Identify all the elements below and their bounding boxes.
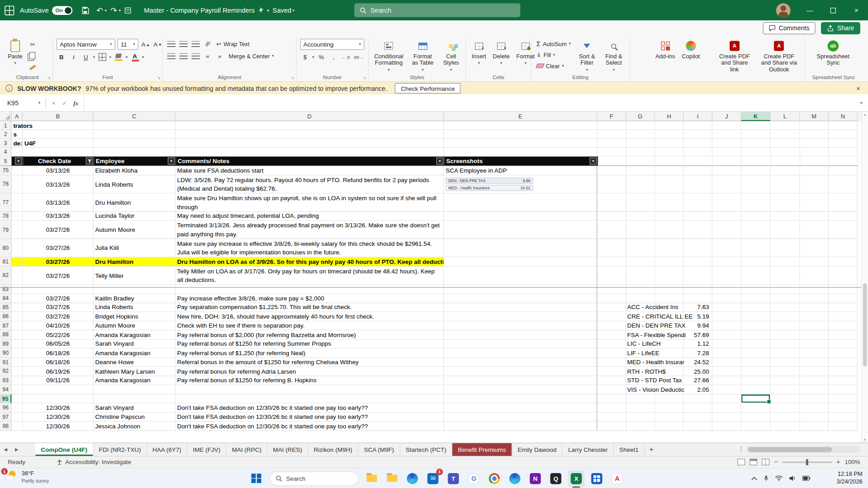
cell-I98[interactable] <box>684 422 712 431</box>
cell-C95[interactable] <box>94 394 175 403</box>
align-right-button[interactable] <box>190 51 200 61</box>
cell-M75[interactable] <box>800 166 829 175</box>
cell-A83[interactable] <box>12 285 23 294</box>
cell-I80[interactable] <box>684 239 712 257</box>
cell-I84[interactable] <box>684 294 712 303</box>
cell-A87[interactable] <box>12 321 23 330</box>
align-center-button[interactable] <box>178 51 188 61</box>
cell-D77[interactable]: Make sure Dru Hamilton shows up on payro… <box>175 193 444 211</box>
save-button[interactable] <box>78 3 93 18</box>
cell-J96[interactable] <box>712 404 741 413</box>
cell-A86[interactable] <box>12 312 23 321</box>
cell-F97[interactable] <box>597 413 626 422</box>
cell-M79[interactable] <box>800 221 829 239</box>
number-format-select[interactable]: Accounting▾ <box>300 39 364 50</box>
row-header-5[interactable]: 5 <box>0 157 12 166</box>
taskbar-teams[interactable]: T <box>445 470 462 487</box>
cell-L85[interactable] <box>770 303 800 312</box>
row-header-1[interactable]: 1 <box>0 121 12 130</box>
cell-E4[interactable] <box>444 148 597 157</box>
cell-I81[interactable] <box>684 257 712 266</box>
cell-K84[interactable] <box>741 294 771 303</box>
cell-A5[interactable]: ▼ <box>12 157 24 166</box>
taskbar-search[interactable]: Search <box>269 471 358 486</box>
cell-C81[interactable]: Dru Hamilton <box>94 257 175 266</box>
cell-M82[interactable] <box>800 267 829 285</box>
user-avatar[interactable] <box>776 3 791 18</box>
cell-E83[interactable] <box>444 285 597 294</box>
cell-D88[interactable]: Pay referral bonus of $2,000 (for referr… <box>175 330 444 339</box>
cell-I3[interactable] <box>684 139 712 148</box>
cell-J97[interactable] <box>712 413 741 422</box>
column-header-B[interactable]: B <box>23 112 94 121</box>
cell-G89[interactable] <box>626 339 655 348</box>
insert-function-button[interactable]: fx <box>71 99 81 106</box>
cell-J92[interactable] <box>712 367 741 376</box>
cell-D3[interactable] <box>175 139 444 148</box>
cell-F2[interactable] <box>597 130 626 139</box>
font-size-select[interactable]: 11▾ <box>118 39 139 50</box>
filter-button-B[interactable] <box>86 157 93 164</box>
cell-L94[interactable] <box>770 385 800 394</box>
cell-N82[interactable] <box>829 267 858 285</box>
cell-J94[interactable] <box>712 385 741 394</box>
cell-H91[interactable] <box>655 358 684 367</box>
cell-A96[interactable] <box>12 404 23 413</box>
cell-E96[interactable] <box>444 404 597 413</box>
cell-E93[interactable] <box>444 376 597 385</box>
cell-J87[interactable] <box>712 321 741 330</box>
cell-I78[interactable] <box>684 211 712 221</box>
cell-H88[interactable] <box>655 330 684 339</box>
cell-B1[interactable] <box>23 121 94 130</box>
cell-I79[interactable] <box>684 221 712 239</box>
cell-N84[interactable] <box>829 294 858 303</box>
cell-H4[interactable] <box>655 148 684 157</box>
cell-G1[interactable] <box>626 121 655 130</box>
merge-center-button[interactable]: Merge & Center▾ <box>227 51 275 61</box>
column-header-G[interactable]: G <box>626 112 655 121</box>
cell-G83[interactable] <box>626 285 655 294</box>
cell-A75[interactable] <box>12 166 23 175</box>
cell-B80[interactable]: 03/27/26 <box>23 239 94 257</box>
insert-cells-button[interactable]: + Insert ▾ <box>469 39 488 66</box>
cell-K91[interactable] <box>741 358 771 367</box>
cell-L89[interactable] <box>770 339 800 348</box>
cell-A79[interactable] <box>12 221 23 239</box>
cell-L1[interactable] <box>770 121 800 130</box>
cell-B76[interactable]: 03/13/26 <box>23 175 94 193</box>
cell-L78[interactable] <box>770 211 800 221</box>
row-header-3[interactable]: 3 <box>0 139 12 148</box>
cell-J79[interactable] <box>712 221 741 239</box>
cell-I90[interactable] <box>684 348 712 357</box>
row-header-95[interactable]: 95 <box>0 394 12 403</box>
cell-N80[interactable] <box>829 239 858 257</box>
row-header-2[interactable]: 2 <box>0 130 12 139</box>
cell-C5[interactable]: Employee▼ <box>94 157 176 166</box>
volume-icon[interactable] <box>789 475 796 481</box>
cell-J2[interactable] <box>712 130 741 139</box>
cell-A81[interactable] <box>12 257 23 266</box>
cell-I75[interactable] <box>684 166 712 175</box>
delete-cells-button[interactable]: × Delete ▾ <box>491 39 512 66</box>
cell-E94[interactable] <box>444 385 597 394</box>
cell-N76[interactable] <box>829 175 858 193</box>
font-color-button[interactable]: A <box>130 52 140 62</box>
cell-G82[interactable] <box>626 267 655 285</box>
cell-E81[interactable] <box>444 257 597 266</box>
cell-B91[interactable]: 06/18/26 <box>23 358 94 367</box>
row-header-85[interactable]: 85 <box>0 303 12 312</box>
sheet-tab-compone-u4f[interactable]: CompOne (U4F) <box>35 443 93 456</box>
cell-F86[interactable] <box>597 312 626 321</box>
cell-K86[interactable] <box>741 312 771 321</box>
search-box[interactable]: Search <box>354 3 520 17</box>
cell-C94[interactable] <box>94 385 175 394</box>
cell-A88[interactable] <box>12 330 23 339</box>
cell-N93[interactable] <box>829 376 858 385</box>
cell-F5[interactable] <box>598 157 627 166</box>
cell-C89[interactable]: Sarah Vinyard <box>94 339 175 348</box>
cell-H89[interactable] <box>655 339 684 348</box>
format-as-table-button[interactable]: Format as Table ▾ <box>408 39 438 73</box>
column-header-I[interactable]: I <box>684 112 712 121</box>
cell-E2[interactable] <box>444 130 597 139</box>
selected-cell[interactable] <box>741 394 771 403</box>
